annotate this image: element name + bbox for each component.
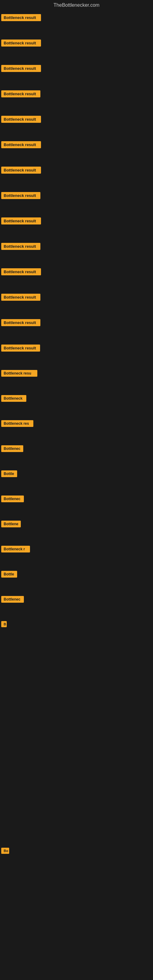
bottleneck-label: Bottleneck result [1, 319, 40, 326]
list-item: Bottleneck result [1, 240, 153, 254]
bottleneck-label: Bottleneck result [1, 167, 41, 173]
list-item: Bottleneck result [1, 113, 153, 126]
bottleneck-label: Bottleneck res [1, 420, 33, 427]
list-item: Bottleneck res [1, 418, 153, 431]
list-item: Bottleneck result [1, 37, 153, 50]
bottleneck-label: Bottleneck result [1, 243, 40, 250]
list-item: Bottleneck result [1, 12, 153, 25]
list-item: Bottleneck result [1, 164, 153, 177]
bottleneck-label: Bottleneck result [1, 90, 40, 97]
gap-spacer-2 [1, 858, 153, 980]
bottleneck-label: Bottleneck result [1, 294, 40, 301]
list-item: Bottle [1, 468, 153, 481]
bottleneck-label: Bottlene [1, 520, 21, 527]
bottleneck-label: Bottleneck result [1, 65, 41, 72]
list-item: Bottlene [1, 518, 153, 531]
list-item: Bo [1, 845, 153, 858]
list-item: Bottleneck result [1, 189, 153, 203]
list-item: Bottleneck result [1, 62, 153, 76]
bottleneck-label: Bottleneck result [1, 345, 40, 352]
bottleneck-label: Bo [1, 848, 9, 854]
gap-spacer-1 [1, 631, 153, 845]
list-item: Bottleneck [1, 393, 153, 406]
list-item: Bottleneck result [1, 215, 153, 228]
bottleneck-label: Bottleneck resu [1, 370, 37, 377]
bottleneck-label: Bottleneck r [1, 546, 30, 552]
bottleneck-label: Bottleneck [1, 395, 26, 402]
bottleneck-label: Bottleneck result [1, 218, 41, 224]
bottleneck-label: Bottleneck result [1, 268, 41, 275]
bottleneck-label: Bottle [1, 571, 17, 578]
bottleneck-label: Bottleneck result [1, 141, 41, 148]
bottleneck-label: Bottleneck result [1, 40, 41, 46]
bottleneck-list: Bottleneck result Bottleneck result Bott… [0, 12, 153, 980]
list-item: Bottleneck result [1, 291, 153, 304]
list-item: Bottleneck r [1, 543, 153, 556]
list-item: Bottleneck result [1, 139, 153, 152]
bottleneck-label: Bottlenec [1, 495, 24, 502]
bottleneck-label: Bottleneck result [1, 14, 41, 21]
bottleneck-label: Bottlenec [1, 596, 24, 603]
bottleneck-label: Bottleneck result [1, 116, 41, 123]
list-item: Bottlenec [1, 443, 153, 456]
list-item: Bottleneck result [1, 317, 153, 330]
bottleneck-label: Bottlenec [1, 445, 23, 452]
list-item: Bottleneck result [1, 88, 153, 101]
bottleneck-label: Bottle [1, 470, 17, 477]
page-container: TheBottlenecker.com Bottleneck result Bo… [0, 0, 153, 980]
list-item: Bottleneck resu [1, 368, 153, 380]
bottleneck-label: Bottleneck result [1, 192, 40, 199]
site-title: TheBottlenecker.com [0, 0, 153, 12]
list-item: Bottleneck result [1, 266, 153, 279]
list-item: Bottleneck result [1, 342, 153, 355]
list-item: Bottlenec [1, 493, 153, 506]
list-item: Bottle [1, 568, 153, 581]
list-item: Bottlenec [1, 593, 153, 606]
list-item: B [1, 619, 153, 631]
bottleneck-label: B [1, 621, 7, 627]
